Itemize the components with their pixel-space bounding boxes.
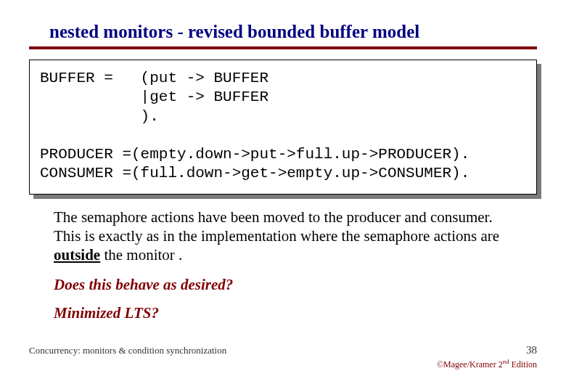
para-text: The semaphore actions have been moved to… [54, 208, 499, 245]
code-box: BUFFER = (put -> BUFFER |get -> BUFFER )… [29, 60, 537, 195]
page-number: 38 [526, 344, 537, 356]
explanation-paragraph: The semaphore actions have been moved to… [54, 208, 520, 265]
edition-post: Edition [509, 359, 537, 369]
code-line: ). [40, 108, 159, 125]
question-1: Does this behave as desired? [54, 276, 520, 294]
question-2: Minimized LTS? [54, 304, 520, 322]
code-line: PRODUCER =(empty.down->put->full.up->PRO… [40, 146, 469, 163]
para-underline: outside [54, 246, 100, 264]
code-line: BUFFER = (put -> BUFFER [40, 70, 268, 86]
edition-pre: ©Magee/Kramer [437, 359, 499, 369]
slide: nested monitors - revised bounded buffer… [0, 0, 566, 322]
code-content: BUFFER = (put -> BUFFER |get -> BUFFER )… [29, 60, 537, 195]
footer-edition: ©Magee/Kramer 2nd Edition [29, 358, 537, 370]
code-line: |get -> BUFFER [40, 89, 268, 105]
edition-sup: nd [503, 358, 509, 365]
footer-row: Concurrency: monitors & condition synchr… [29, 344, 537, 356]
code-line: CONSUMER =(full.down->get->empty.up->CON… [40, 165, 469, 181]
slide-title: nested monitors - revised bounded buffer… [49, 22, 537, 42]
footer-left: Concurrency: monitors & condition synchr… [29, 345, 226, 356]
title-rule [29, 46, 537, 49]
footer: Concurrency: monitors & condition synchr… [29, 344, 537, 370]
para-text: the monitor . [100, 246, 182, 264]
